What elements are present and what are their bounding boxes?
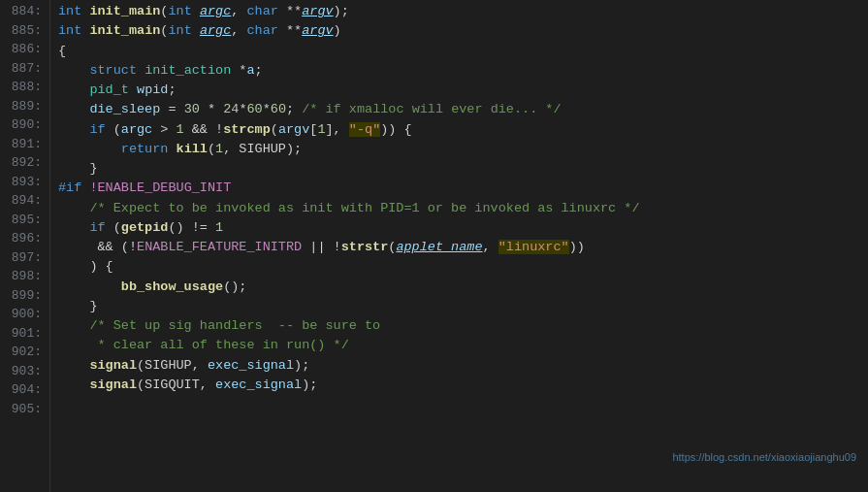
code-container: 884: 885: 886: 887: 888: 889: 890: 891: …: [0, 0, 868, 492]
ln-896: 896:: [8, 229, 42, 248]
ln-892: 892:: [8, 153, 42, 173]
ln-891: 891:: [8, 135, 42, 154]
ln-884: 884:: [8, 2, 42, 21]
code-line-890: die_sleep = 30 * 24*60*60; /* if xmalloc…: [58, 100, 860, 119]
code-line-899: ) {: [58, 257, 860, 277]
ln-903: 903:: [8, 362, 42, 381]
code-line-888: pid_t wpid;: [58, 81, 860, 100]
code-line-901: }: [58, 297, 860, 316]
code-line-900: bb_show_usage();: [58, 278, 860, 297]
code-line-893: return kill(1, SIGHUP);: [58, 140, 860, 159]
ln-890: 890:: [8, 115, 42, 135]
code-line-898: && (!ENABLE_FEATURE_INITRD || !strstr(ap…: [58, 238, 860, 257]
code-line-897: if (getpid() != 1: [58, 218, 860, 238]
ln-889: 889:: [8, 97, 42, 116]
ln-886: 886:: [8, 40, 42, 59]
code-line-902: /* Set up sig handlers -- be sure to: [58, 316, 860, 336]
ln-888: 888:: [8, 78, 42, 97]
code-line-887: struct init_action *a;: [58, 61, 860, 81]
ln-901: 901:: [8, 324, 42, 344]
ln-895: 895:: [8, 211, 42, 230]
ln-894: 894:: [8, 191, 42, 211]
code-line-903: * clear all of these in run() */: [58, 336, 860, 355]
code-line-894: }: [58, 159, 860, 179]
ln-900: 900:: [8, 305, 42, 324]
ln-893: 893:: [8, 173, 42, 192]
ln-898: 898:: [8, 267, 42, 286]
code-line-886: {: [58, 42, 860, 61]
code-line-896: /* Expect to be invoked as init with PID…: [58, 199, 860, 218]
ln-902: 902:: [8, 343, 42, 362]
code-line-884: int init_main(int argc, char **argv);: [58, 2, 860, 21]
code-line-904: signal(SIGHUP, exec_signal);: [58, 356, 860, 376]
line-numbers: 884: 885: 886: 887: 888: 889: 890: 891: …: [0, 0, 50, 492]
code-line-892: if (argc > 1 && !strcmp(argv[1], "-q")) …: [58, 120, 860, 140]
code-lines: int init_main(int argc, char **argv); in…: [50, 0, 868, 492]
code-line-905: signal(SIGQUIT, exec_signal);: [58, 376, 860, 395]
watermark: https://blog.csdn.net/xiaoxiaojianghu09: [672, 449, 856, 466]
ln-899: 899:: [8, 286, 42, 306]
code-line-885: int init_main(int argc, char **argv): [58, 21, 860, 41]
ln-885: 885:: [8, 21, 42, 41]
ln-897: 897:: [8, 248, 42, 268]
ln-887: 887:: [8, 59, 42, 79]
ln-905: 905:: [8, 400, 42, 419]
ln-904: 904:: [8, 380, 42, 400]
code-line-895: #if !ENABLE_DEBUG_INIT: [58, 179, 860, 198]
